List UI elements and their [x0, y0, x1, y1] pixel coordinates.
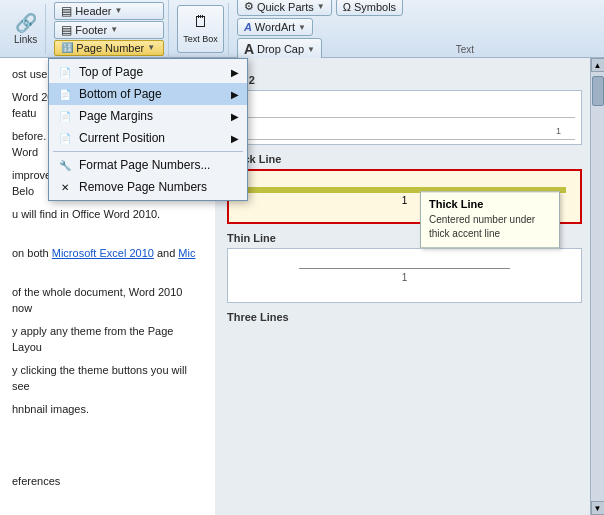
scroll-down-arrow[interactable]: ▼ — [591, 501, 605, 515]
thin-line-number: 1 — [402, 272, 408, 283]
vertical-scrollbar[interactable]: ▲ ▼ — [590, 58, 604, 515]
drop-cap-icon: A — [244, 41, 254, 57]
menu-item-current-label: Current Position — [79, 131, 165, 145]
quick-parts-button[interactable]: ⚙ Quick Parts ▼ — [237, 0, 332, 16]
text-box-group: 🗒 Text Box — [173, 3, 229, 55]
header-icon: ▤ — [61, 4, 72, 18]
left-text-10: hnbnail images. — [12, 401, 203, 418]
thick-line-gallery-item[interactable]: 1 Thick Line Centered number under thick… — [227, 169, 582, 224]
menu-item-remove-label: Remove Page Numbers — [79, 180, 207, 194]
symbols-button[interactable]: Ω Symbols — [336, 0, 403, 16]
links-label: Links — [14, 34, 37, 45]
ribbon: 🔗 Links ▤ Header ▼ ▤ Footer ▼ 🔢 Page Num… — [0, 0, 604, 58]
footer-dropdown-arrow: ▼ — [110, 25, 118, 34]
page-margins-icon: 📄 — [57, 108, 73, 124]
top-of-page-arrow: ▶ — [231, 67, 239, 78]
ms-link[interactable]: Mic — [178, 247, 195, 259]
thick-line-number: 1 — [402, 195, 408, 206]
text-group-label: Text — [456, 44, 474, 55]
tooltip-description: Centered number under thick accent line — [429, 213, 551, 241]
quick-parts-icon: ⚙ — [244, 0, 254, 13]
thin-line-inner: 1 — [299, 268, 511, 283]
three-lines-section-label: Three Lines — [227, 311, 582, 323]
page-margins-arrow: ▶ — [231, 111, 239, 122]
tab2-page-number: 1 — [556, 126, 561, 136]
page-number-button[interactable]: 🔢 Page Number ▼ — [54, 40, 164, 56]
menu-item-format-label: Format Page Numbers... — [79, 158, 210, 172]
insert-row-2: A WordArt ▼ — [237, 18, 403, 36]
left-text-7: of the whole document, Word 2010 now — [12, 284, 203, 317]
right-panel: Tab 2 1 Thick Line 1 Thick Line Centered… — [215, 58, 604, 515]
left-text-5: u will find in Office Word 2010. — [12, 206, 203, 223]
page-number-icon: 🔢 — [61, 42, 73, 53]
wordart-arrow: ▼ — [298, 23, 306, 32]
menu-item-top-label: Top of Page — [79, 65, 143, 79]
wordart-icon: A — [244, 21, 252, 33]
current-position-arrow: ▶ — [231, 133, 239, 144]
symbols-icon: Ω — [343, 1, 351, 13]
footer-icon: ▤ — [61, 23, 72, 37]
left-text-references: eferences — [12, 473, 203, 490]
tab2-gallery-item[interactable]: 1 — [227, 90, 582, 145]
drop-cap-button[interactable]: A Drop Cap ▼ — [237, 38, 322, 60]
menu-item-format-page[interactable]: 🔧 Format Page Numbers... — [49, 154, 247, 176]
insert-row-1: ⚙ Quick Parts ▼ Ω Symbols — [237, 0, 403, 16]
scroll-up-arrow[interactable]: ▲ — [591, 58, 605, 72]
thin-line-gallery-item[interactable]: 1 — [227, 248, 582, 303]
drop-cap-arrow: ▼ — [307, 45, 315, 54]
menu-item-page-margins[interactable]: 📄 Page Margins ▶ — [49, 105, 247, 127]
tab2-section-label: Tab 2 — [227, 74, 582, 86]
menu-item-top-of-page[interactable]: 📄 Top of Page ▶ — [49, 61, 247, 83]
top-of-page-icon: 📄 — [57, 64, 73, 80]
thick-line-tooltip: Thick Line Centered number under thick a… — [420, 191, 560, 248]
bottom-of-page-icon: 📄 — [57, 86, 73, 102]
left-text-9: y clicking the theme buttons you will se… — [12, 362, 203, 395]
menu-item-page-margins-label: Page Margins — [79, 109, 153, 123]
menu-separator-1 — [53, 151, 243, 152]
bottom-of-page-arrow: ▶ — [231, 89, 239, 100]
menu-item-remove-page[interactable]: ✕ Remove Page Numbers — [49, 176, 247, 198]
header-button[interactable]: ▤ Header ▼ — [54, 2, 164, 20]
insert-group: ⚙ Quick Parts ▼ Ω Symbols A WordArt ▼ A … — [233, 0, 407, 62]
tab2-line-1 — [234, 95, 575, 118]
links-group: 🔗 Links — [6, 4, 46, 54]
scroll-thumb[interactable] — [592, 76, 604, 106]
insert-row-3: A Drop Cap ▼ — [237, 38, 403, 60]
page-number-dropdown: 📄 Top of Page ▶ 📄 Bottom of Page ▶ 📄 Pag… — [48, 58, 248, 201]
page-number-dropdown-arrow: ▼ — [147, 43, 155, 52]
thick-line-section-label: Thick Line — [227, 153, 582, 165]
hf-group: ▤ Header ▼ ▤ Footer ▼ 🔢 Page Number ▼ — [50, 0, 169, 58]
remove-page-icon: ✕ — [57, 179, 73, 195]
quick-parts-arrow: ▼ — [317, 2, 325, 11]
header-dropdown-arrow: ▼ — [114, 6, 122, 15]
tab2-line-2 — [234, 118, 575, 141]
format-page-icon: 🔧 — [57, 157, 73, 173]
menu-item-bottom-label: Bottom of Page — [79, 87, 162, 101]
wordart-button[interactable]: A WordArt ▼ — [237, 18, 313, 36]
menu-item-current-position[interactable]: 📄 Current Position ▶ — [49, 127, 247, 149]
tooltip-title: Thick Line — [429, 198, 551, 210]
menu-item-bottom-of-page[interactable]: 📄 Bottom of Page ▶ — [49, 83, 247, 105]
text-box-button[interactable]: 🗒 Text Box — [177, 5, 224, 53]
gallery-content: Tab 2 1 Thick Line 1 Thick Line Centered… — [215, 58, 604, 335]
left-text-8: y apply any theme from the Page Layou — [12, 323, 203, 356]
footer-button[interactable]: ▤ Footer ▼ — [54, 21, 164, 39]
current-position-icon: 📄 — [57, 130, 73, 146]
text-box-icon: 🗒 — [193, 13, 209, 31]
excel-link[interactable]: Microsoft Excel 2010 — [52, 247, 154, 259]
left-text-6: on both Microsoft Excel 2010 and Mic — [12, 245, 203, 262]
